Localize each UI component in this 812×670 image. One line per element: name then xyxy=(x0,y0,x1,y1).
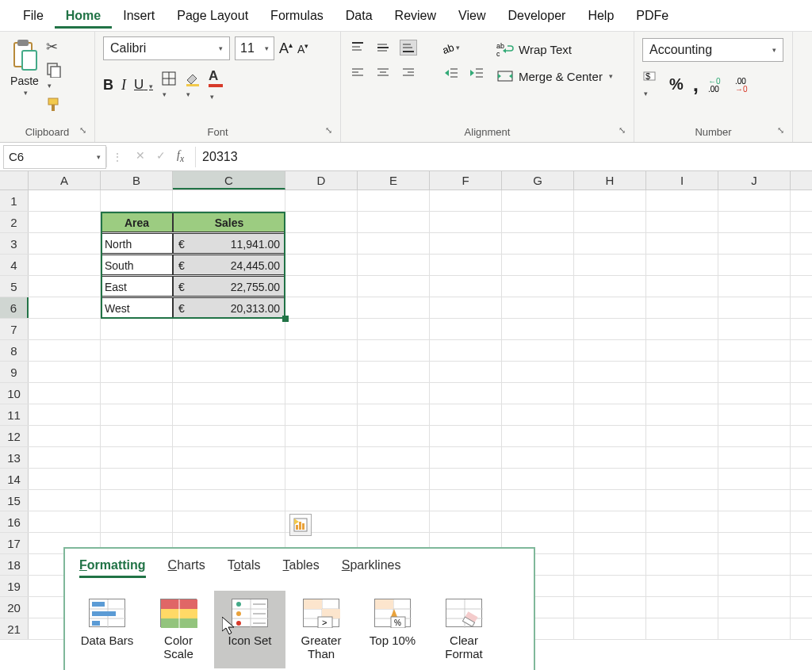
copy-icon[interactable]: ▾ xyxy=(46,62,63,90)
cell[interactable] xyxy=(718,597,791,618)
row-header[interactable]: 21 xyxy=(0,618,29,639)
underline-button[interactable]: U ▾ xyxy=(134,77,153,93)
cell[interactable] xyxy=(358,469,430,489)
align-center-icon[interactable] xyxy=(374,65,392,81)
align-right-icon[interactable] xyxy=(400,65,417,81)
cell[interactable] xyxy=(29,490,101,511)
cell[interactable] xyxy=(718,404,791,425)
number-format-select[interactable]: Accounting▾ xyxy=(642,38,783,62)
cell[interactable] xyxy=(358,255,430,275)
row-header[interactable]: 14 xyxy=(0,469,29,489)
cell[interactable] xyxy=(718,533,791,553)
comma-button[interactable]: , xyxy=(693,79,699,89)
decrease-decimal-icon[interactable]: .00→0 xyxy=(735,76,753,92)
decrease-indent-icon[interactable] xyxy=(442,65,460,81)
cell[interactable] xyxy=(358,276,430,297)
qa-tab-charts[interactable]: Charts xyxy=(168,558,205,578)
cell[interactable] xyxy=(101,362,173,382)
qa-opt-greater-than[interactable]: > Greater Than xyxy=(285,591,357,668)
cell[interactable] xyxy=(646,511,718,532)
dialog-launcher-icon[interactable]: ⤡ xyxy=(79,125,86,136)
cell[interactable] xyxy=(574,490,646,511)
cell[interactable] xyxy=(101,340,173,361)
cell[interactable] xyxy=(173,469,285,489)
cell[interactable] xyxy=(502,255,574,275)
cell[interactable] xyxy=(29,190,101,211)
cell[interactable] xyxy=(574,447,646,468)
cell[interactable] xyxy=(646,490,718,511)
cell[interactable] xyxy=(430,319,502,339)
row-header[interactable]: 10 xyxy=(0,383,29,404)
row-header[interactable]: 20 xyxy=(0,597,29,618)
wrap-text-button[interactable]: abc Wrap Text xyxy=(496,41,613,57)
cell[interactable] xyxy=(718,255,791,275)
cell[interactable] xyxy=(358,362,430,382)
cell[interactable] xyxy=(646,319,718,339)
cell[interactable]: South xyxy=(101,255,173,275)
cell[interactable] xyxy=(502,340,574,361)
menu-developer[interactable]: Developer xyxy=(496,3,576,29)
align-top-icon[interactable] xyxy=(349,40,366,56)
cell[interactable] xyxy=(173,383,285,404)
col-header[interactable]: J xyxy=(718,171,791,190)
cell[interactable] xyxy=(502,383,574,404)
qa-opt-icon-set[interactable]: Icon Set xyxy=(214,591,285,668)
cell[interactable] xyxy=(502,447,574,468)
cell[interactable] xyxy=(574,426,646,446)
fill-color-button[interactable]: ▾ xyxy=(185,71,201,99)
cell[interactable] xyxy=(285,276,358,297)
cell[interactable] xyxy=(502,190,574,211)
menu-review[interactable]: Review xyxy=(384,3,447,29)
row-header[interactable]: 19 xyxy=(0,576,29,596)
cell[interactable] xyxy=(101,404,173,425)
cell[interactable] xyxy=(430,383,502,404)
enter-formula-icon[interactable]: ✓ xyxy=(156,149,166,164)
cell[interactable] xyxy=(502,297,574,318)
cell[interactable] xyxy=(718,276,791,297)
cell[interactable] xyxy=(358,404,430,425)
cell[interactable] xyxy=(574,511,646,532)
increase-font-icon[interactable]: A▴ xyxy=(279,40,293,57)
cell[interactable] xyxy=(646,554,718,575)
cell[interactable] xyxy=(574,362,646,382)
cell[interactable] xyxy=(646,340,718,361)
cell[interactable] xyxy=(29,297,101,318)
font-color-button[interactable]: A ▾ xyxy=(209,68,223,101)
qa-tab-sparklines[interactable]: Sparklines xyxy=(342,558,401,578)
menu-pdf[interactable]: PDFe xyxy=(625,3,680,29)
cell[interactable] xyxy=(29,212,101,232)
cell[interactable] xyxy=(285,362,358,382)
cell[interactable] xyxy=(646,383,718,404)
percent-button[interactable]: % xyxy=(669,75,684,94)
accounting-format-button[interactable]: $▾ xyxy=(642,70,660,98)
cut-icon[interactable]: ✂ xyxy=(46,38,63,56)
qa-opt-color-scale[interactable]: Color Scale xyxy=(143,591,214,668)
decrease-font-icon[interactable]: A▾ xyxy=(297,42,308,56)
cell[interactable] xyxy=(285,426,358,446)
menu-data[interactable]: Data xyxy=(335,3,384,29)
cell[interactable] xyxy=(646,469,718,489)
cell[interactable] xyxy=(718,447,791,468)
cell[interactable] xyxy=(430,404,502,425)
cell[interactable] xyxy=(101,383,173,404)
cell[interactable] xyxy=(173,340,285,361)
cell[interactable] xyxy=(430,190,502,211)
formula-input[interactable]: 20313 xyxy=(196,150,812,164)
cell[interactable] xyxy=(430,297,502,318)
cell[interactable] xyxy=(101,426,173,446)
cell[interactable] xyxy=(29,469,101,489)
row-header[interactable]: 13 xyxy=(0,447,29,468)
cell[interactable] xyxy=(574,319,646,339)
qa-tab-formatting[interactable]: Formatting xyxy=(79,558,146,578)
cell[interactable] xyxy=(29,383,101,404)
cell[interactable] xyxy=(574,276,646,297)
cell[interactable] xyxy=(101,319,173,339)
paste-button[interactable]: Paste ▾ xyxy=(8,36,41,98)
cell[interactable] xyxy=(101,447,173,468)
cell[interactable] xyxy=(101,490,173,511)
cell[interactable] xyxy=(285,319,358,339)
cell[interactable] xyxy=(574,297,646,318)
cell[interactable] xyxy=(358,233,430,254)
row-header[interactable]: 1 xyxy=(0,190,29,211)
cell[interactable] xyxy=(574,618,646,639)
